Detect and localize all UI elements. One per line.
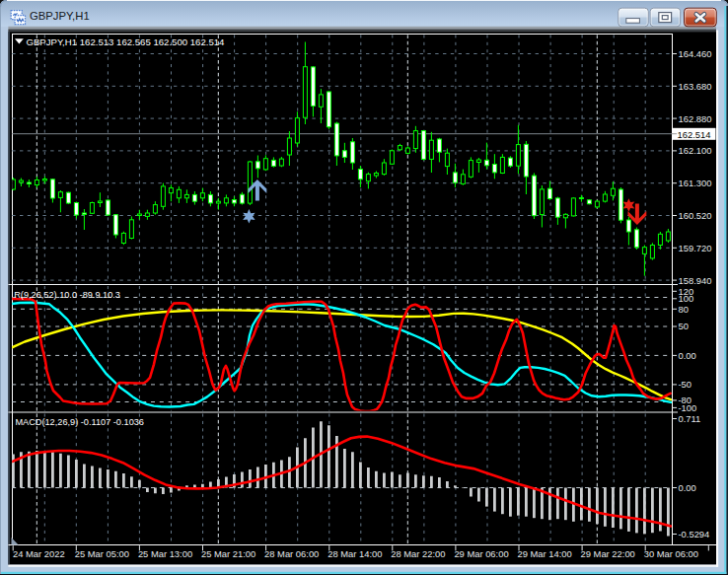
svg-text:158.940: 158.940	[679, 275, 712, 286]
svg-text:162.100: 162.100	[679, 145, 712, 156]
svg-text:0.711: 0.711	[679, 413, 701, 424]
svg-text:100: 100	[679, 293, 694, 304]
svg-text:29 Mar 06:00: 29 Mar 06:00	[454, 548, 508, 559]
svg-text:25 Mar 05:00: 25 Mar 05:00	[75, 548, 129, 559]
svg-text:80: 80	[679, 304, 689, 315]
svg-text:161.300: 161.300	[679, 178, 712, 188]
svg-text:30 Mar 06:00: 30 Mar 06:00	[644, 548, 698, 559]
svg-text:25 Mar 21:00: 25 Mar 21:00	[201, 548, 255, 559]
svg-text:-50: -50	[679, 379, 692, 390]
svg-text:MACD(12,26,9) -0.1107 -0.1036: MACD(12,26,9) -0.1107 -0.1036	[15, 417, 144, 427]
svg-text:0.00: 0.00	[679, 482, 696, 493]
svg-text:0.00: 0.00	[679, 350, 696, 361]
svg-text:163.680: 163.680	[679, 81, 712, 92]
svg-text:-0.5294: -0.5294	[679, 529, 710, 539]
svg-text:29 Mar 14:00: 29 Mar 14:00	[517, 548, 571, 559]
svg-text:159.720: 159.720	[679, 243, 712, 253]
svg-text:R(9,26,52) 10.0 -89.9 10.3: R(9,26,52) 10.0 -89.9 10.3	[14, 290, 120, 300]
svg-text:GBPJPY,H1: GBPJPY,H1	[30, 10, 90, 22]
svg-text:162.514: 162.514	[678, 129, 711, 140]
svg-text:GBPJPY,H1 162.513 162.565 162: GBPJPY,H1 162.513 162.565 162.500 162.51…	[27, 36, 226, 47]
svg-text:28 Mar 14:00: 28 Mar 14:00	[328, 548, 382, 559]
svg-text:164.460: 164.460	[679, 48, 712, 59]
svg-text:50: 50	[679, 321, 689, 331]
svg-text:-100: -100	[679, 402, 697, 413]
svg-text:25 Mar 13:00: 25 Mar 13:00	[138, 548, 192, 559]
svg-text:162.880: 162.880	[679, 113, 712, 124]
svg-text:160.520: 160.520	[679, 210, 712, 221]
svg-text:29 Mar 22:00: 29 Mar 22:00	[581, 548, 635, 559]
svg-text:24 Mar 2022: 24 Mar 2022	[13, 548, 65, 559]
svg-text:28 Mar 06:00: 28 Mar 06:00	[264, 548, 319, 559]
svg-text:28 Mar 22:00: 28 Mar 22:00	[391, 548, 445, 559]
